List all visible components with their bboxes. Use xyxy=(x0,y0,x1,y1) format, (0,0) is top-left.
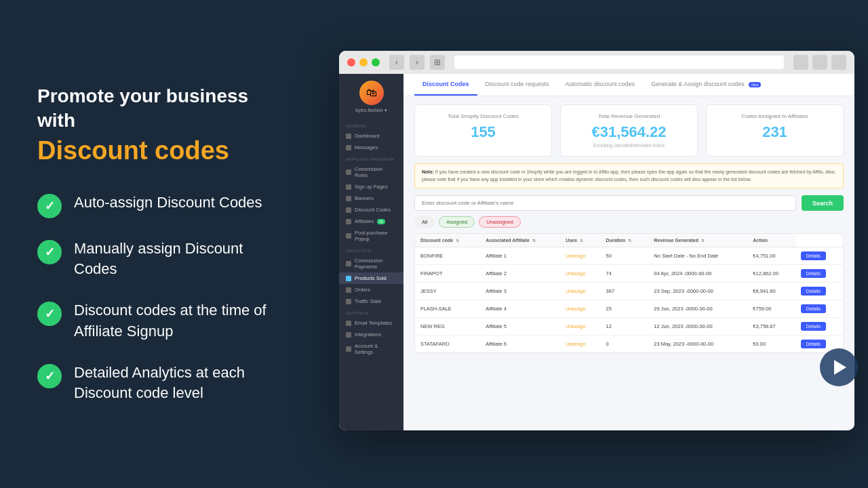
filter-assigned[interactable]: Assigned xyxy=(439,216,475,228)
col-header-uses[interactable]: Uses ⇅ xyxy=(560,234,600,247)
sidebar-item-products-sold[interactable]: Products Sold xyxy=(339,272,403,284)
unassign-link-3[interactable]: Unassign xyxy=(566,306,585,311)
cell-affiliate-5: Affiliate 6 xyxy=(480,336,560,353)
feature-manually-assign: Manually assign Discount Codes xyxy=(37,239,281,281)
cell-details-2: Details xyxy=(795,283,843,300)
tab-generate[interactable]: Generate & Assign discount codes New xyxy=(643,74,769,96)
search-button[interactable]: Search xyxy=(802,195,844,211)
sidebar-item-signup-pages[interactable]: Sign up Pages xyxy=(339,181,403,192)
details-button-1[interactable]: Details xyxy=(801,269,826,278)
address-bar[interactable] xyxy=(454,56,784,69)
details-button-4[interactable]: Details xyxy=(801,322,826,331)
signup-pages-icon xyxy=(346,184,351,190)
cell-affiliate-2: Affiliate 3 xyxy=(480,283,560,300)
col-header-discount-code[interactable]: Discount code ⇅ xyxy=(415,234,480,247)
table-header-row: Discount code ⇅ Associated Affiliate ⇅ U… xyxy=(415,234,843,247)
avatar: 🛍 xyxy=(359,81,384,105)
discount-codes-table: Discount code ⇅ Associated Affiliate ⇅ U… xyxy=(415,234,843,352)
sidebar-item-post-purchase[interactable]: Post-purchase Popup xyxy=(339,227,403,245)
cell-details-1: Details xyxy=(795,265,843,283)
details-button-3[interactable]: Details xyxy=(801,304,826,313)
search-input[interactable] xyxy=(414,195,796,211)
table-row: FLASH-SALE Affiliate 4 Unassign 25 29 Ju… xyxy=(415,300,843,318)
browser-nav: ‹ › ⊞ xyxy=(389,55,445,70)
stats-row: Total Shopify Discount Codes 155 Total R… xyxy=(414,104,844,157)
stat-card-total-shopify: Total Shopify Discount Codes 155 xyxy=(414,104,552,157)
note-text: If you have created a new discount code … xyxy=(422,169,836,182)
stat-card-total-revenue: Total Revenue Generated €31,564.22 Exclu… xyxy=(560,104,698,157)
sidebar-item-account-settings[interactable]: Account & Settings xyxy=(339,340,403,358)
unassign-link-5[interactable]: Unassign xyxy=(566,342,585,346)
cell-revenue-3: €759.00 xyxy=(747,300,795,318)
unassign-link-4[interactable]: Unassign xyxy=(566,324,585,329)
cell-revenue-5: €0.00 xyxy=(747,336,795,353)
cell-duration-5: 23 May, 2023 -0000-00-00 xyxy=(648,336,747,353)
unassign-link-0[interactable]: Unassign xyxy=(566,253,585,258)
filter-row: All Assigned Unassigned xyxy=(414,216,844,228)
cell-code-5: STATAFARO xyxy=(415,336,480,353)
play-button[interactable] xyxy=(820,348,858,386)
discount-codes-icon xyxy=(346,207,351,213)
details-button-0[interactable]: Details xyxy=(801,251,826,260)
unassign-link-1[interactable]: Unassign xyxy=(566,271,585,276)
table-row: STATAFARO Affiliate 6 Unassign 0 23 May,… xyxy=(415,336,843,353)
main-content: Discount Codes Discount code requests Au… xyxy=(403,74,854,430)
maximize-button[interactable] xyxy=(372,58,380,66)
minimize-button[interactable] xyxy=(359,58,368,66)
layout-button[interactable]: ⊞ xyxy=(430,55,445,70)
check-icon-signup xyxy=(37,302,62,326)
cell-code-0: BONFIRE xyxy=(415,247,480,265)
back-button[interactable]: ‹ xyxy=(389,55,404,70)
fullscreen-button[interactable] xyxy=(812,55,827,70)
integrations-icon xyxy=(346,332,351,338)
browser-actions xyxy=(793,55,846,70)
left-panel: Promote your business with Discount code… xyxy=(0,43,319,445)
cell-code-4: NEW REG xyxy=(415,318,480,336)
unassign-link-2[interactable]: Unassign xyxy=(566,289,585,293)
table-row: FIRAPOT Affiliate 2 Unassign 74 04 Apr, … xyxy=(415,265,843,283)
tabs-bar: Discount Codes Discount code requests Au… xyxy=(403,74,854,96)
cell-uses-1: 74 xyxy=(601,265,649,283)
filter-unassigned[interactable]: Unassigned xyxy=(479,216,521,228)
details-button-2[interactable]: Details xyxy=(801,287,826,296)
filter-all[interactable]: All xyxy=(414,216,435,228)
sidebar-item-messages[interactable]: Messages xyxy=(339,142,403,153)
new-tab-badge: New xyxy=(749,82,761,87)
sidebar-item-dashboard[interactable]: Dashboard xyxy=(339,130,403,142)
sidebar-item-discount-codes[interactable]: Discount Codes xyxy=(339,204,403,216)
cell-action-4: Unassign xyxy=(560,318,600,336)
commission-icon xyxy=(346,169,351,175)
sidebar-item-commission-payments[interactable]: Commission Payments xyxy=(339,255,403,272)
close-button[interactable] xyxy=(347,58,355,66)
sidebar-item-email-templates[interactable]: Email Templates xyxy=(339,317,403,329)
details-button-5[interactable]: Details xyxy=(801,340,826,348)
sidebar-item-orders[interactable]: Orders xyxy=(339,284,403,296)
products-sold-icon xyxy=(346,276,351,281)
forward-button[interactable]: › xyxy=(410,55,425,70)
feature-signup: Discount codes at the time of Affiliate … xyxy=(37,300,281,342)
sort-icon-revenue: ⇅ xyxy=(701,239,705,243)
table-row: JESSY Affiliate 3 Unassign 387 23 Sep, 2… xyxy=(415,283,843,300)
affiliates-icon xyxy=(346,219,351,224)
browser-window: ‹ › ⊞ 🛍 kyles.fashion ▾ GENERAL Dashboar… xyxy=(339,51,854,430)
sidebar-section-general: GENERAL xyxy=(339,124,368,128)
sidebar-item-traffic-stats[interactable]: Traffic Stats xyxy=(339,296,403,307)
feature-auto-assign: Auto-assign Discount Codes xyxy=(37,192,281,218)
app-sidebar: 🛍 kyles.fashion ▾ GENERAL Dashboard Mess… xyxy=(339,74,403,430)
share-button[interactable] xyxy=(793,55,808,70)
col-header-duration[interactable]: Duration ⇅ xyxy=(601,234,649,247)
sidebar-item-banners[interactable]: Banners xyxy=(339,192,403,204)
col-header-revenue[interactable]: Revenue Generated ⇅ xyxy=(648,234,747,247)
search-row: Search xyxy=(414,195,844,211)
cell-revenue-4: €3,758.87 xyxy=(747,318,795,336)
sidebar-item-affiliates[interactable]: Affiliates 55 xyxy=(339,216,403,227)
tab-discount-requests[interactable]: Discount code requests xyxy=(477,74,557,96)
tab-automatic[interactable]: Automatic discount codes xyxy=(557,74,644,96)
cell-action-1: Unassign xyxy=(560,265,600,283)
sidebar-toggle-button[interactable] xyxy=(831,55,846,70)
sidebar-item-commission-rules[interactable]: Commission Rules xyxy=(339,163,403,181)
col-header-affiliate[interactable]: Associated Affiliate ⇅ xyxy=(480,234,560,247)
traffic-stats-icon xyxy=(346,299,351,304)
sidebar-item-integrations[interactable]: Integrations xyxy=(339,329,403,340)
tab-discount-codes[interactable]: Discount Codes xyxy=(414,74,477,96)
